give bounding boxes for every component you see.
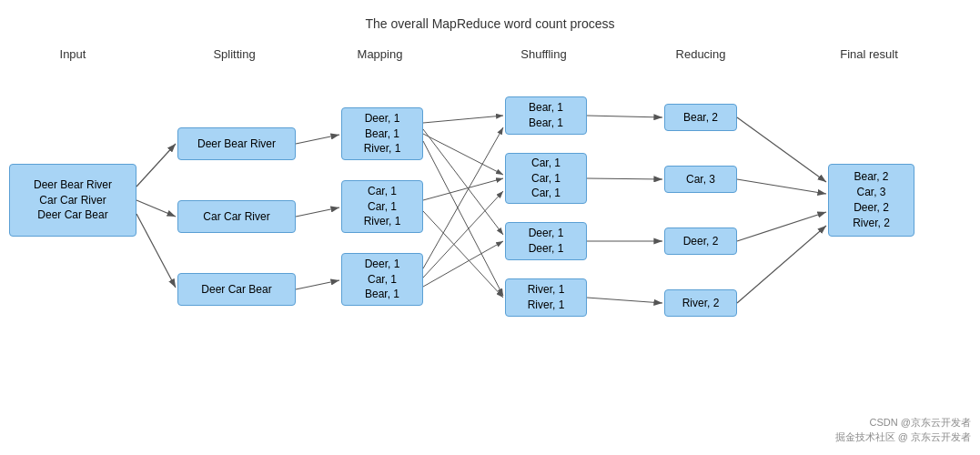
input-box: Deer Bear River Car Car River Deer Car B… bbox=[9, 164, 136, 237]
svg-line-16 bbox=[587, 116, 662, 117]
svg-line-7 bbox=[423, 116, 503, 123]
final-box: Bear, 2 Car, 3 Deer, 2 River, 2 bbox=[828, 164, 914, 237]
split3-box: Deer Car Bear bbox=[177, 273, 296, 306]
svg-line-22 bbox=[737, 212, 826, 241]
map1-box: Deer, 1 Bear, 1 River, 1 bbox=[341, 107, 423, 160]
svg-line-3 bbox=[136, 214, 176, 288]
map3-box: Deer, 1 Car, 1 Bear, 1 bbox=[341, 253, 423, 306]
watermark: 掘金技术社区 @ 京东云开发者 bbox=[835, 430, 971, 444]
svg-line-12 bbox=[423, 127, 503, 268]
red2-box: Car, 3 bbox=[664, 166, 737, 193]
watermark2: CSDN @京东云开发者 bbox=[870, 416, 971, 430]
shuf4-box: River, 1 River, 1 bbox=[505, 278, 587, 317]
svg-line-15 bbox=[423, 129, 503, 235]
red3-box: Deer, 2 bbox=[664, 228, 737, 255]
svg-line-20 bbox=[737, 117, 826, 182]
svg-line-23 bbox=[737, 226, 826, 303]
shuf2-box: Car, 1 Car, 1 Car, 1 bbox=[505, 153, 587, 204]
split1-box: Deer Bear River bbox=[177, 127, 296, 160]
phase-label-splitting: Splitting bbox=[168, 47, 300, 61]
svg-line-6 bbox=[296, 280, 339, 289]
svg-line-4 bbox=[296, 135, 339, 144]
svg-line-2 bbox=[136, 200, 176, 217]
svg-line-1 bbox=[136, 144, 176, 187]
svg-line-19 bbox=[587, 298, 662, 303]
svg-line-8 bbox=[423, 134, 503, 175]
shuf1-box: Bear, 1 Bear, 1 bbox=[505, 96, 587, 135]
phase-label-final: Final result bbox=[814, 47, 924, 61]
svg-line-11 bbox=[423, 211, 503, 298]
split2-box: Car Car River bbox=[177, 200, 296, 233]
red1-box: Bear, 2 bbox=[664, 104, 737, 131]
diagram-container: The overall MapReduce word count process… bbox=[0, 0, 980, 455]
svg-line-10 bbox=[423, 178, 503, 200]
svg-line-5 bbox=[296, 207, 339, 217]
map2-box: Car, 1 Car, 1 River, 1 bbox=[341, 180, 423, 233]
svg-line-17 bbox=[587, 178, 662, 179]
svg-line-9 bbox=[423, 141, 503, 296]
phase-label-mapping: Mapping bbox=[328, 47, 432, 61]
svg-line-13 bbox=[423, 191, 503, 278]
phase-label-reducing: Reducing bbox=[651, 47, 751, 61]
svg-line-21 bbox=[737, 179, 826, 194]
red4-box: River, 2 bbox=[664, 289, 737, 317]
phase-label-input: Input bbox=[9, 47, 136, 61]
shuf3-box: Deer, 1 Deer, 1 bbox=[505, 222, 587, 260]
svg-line-14 bbox=[423, 241, 503, 287]
diagram-title: The overall MapReduce word count process bbox=[0, 0, 980, 31]
phase-label-shuffling: Shuffling bbox=[491, 47, 596, 61]
